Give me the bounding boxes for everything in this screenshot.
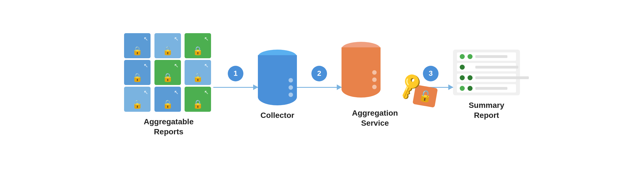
collector-cylinder <box>258 50 297 105</box>
summary-dot <box>460 54 465 59</box>
report-card: ↖ 🔒 <box>154 87 181 112</box>
step-3-circle: 3 <box>423 66 439 81</box>
cylinder-dot <box>372 85 377 89</box>
step-1-circle: 1 <box>228 66 243 81</box>
report-card: ↖ 🔒 <box>185 87 211 112</box>
cursor-icon: ↖ <box>144 89 148 96</box>
collector-label: Collector <box>260 110 294 120</box>
report-card: ↖ 🔒 <box>124 33 151 58</box>
cursor-icon: ↖ <box>174 35 179 42</box>
arrow-1 <box>213 87 258 88</box>
cursor-icon: ↖ <box>204 89 209 96</box>
reports-grid: ↖ 🔒 ↖ 🔒 ↖ 🔒 ↖ 🔒 ↖ 🔒 ↖ 🔒 <box>124 33 213 112</box>
summary-row <box>457 74 516 82</box>
step-2-circle: 2 <box>311 66 327 81</box>
cursor-icon: ↖ <box>174 89 179 96</box>
summary-dot <box>460 86 465 91</box>
cursor-icon: ↖ <box>204 62 209 69</box>
lock-icon: 🔒 <box>163 99 173 109</box>
summary-dot <box>468 75 473 80</box>
lock-icon: 🔒 <box>132 72 142 82</box>
aggregatable-reports-label: AggregatableReports <box>144 117 194 137</box>
summary-table <box>453 50 520 95</box>
report-card: ↖ 🔒 <box>185 33 211 58</box>
lock-icon: 🔒 <box>163 46 173 55</box>
arrow-2 <box>297 87 342 88</box>
aggregatable-reports-node: ↖ 🔒 ↖ 🔒 ↖ 🔒 ↖ 🔒 ↖ 🔒 ↖ 🔒 <box>124 33 213 137</box>
cylinder-dot <box>289 78 293 82</box>
summary-row <box>457 84 516 93</box>
summary-row <box>457 63 516 71</box>
summary-bar <box>475 66 518 69</box>
aggregation-service-label: AggregationService <box>352 108 398 128</box>
summary-bar <box>475 87 507 90</box>
report-card: ↖ 🔒 <box>154 60 181 85</box>
cylinder-dot <box>289 85 293 90</box>
lock-icon: 🔒 <box>193 99 203 109</box>
report-card: ↖ 🔒 <box>124 87 151 112</box>
report-card: ↖ 🔒 <box>154 33 181 58</box>
summary-report-node: SummaryReport <box>453 50 520 121</box>
cylinder-body <box>258 55 297 105</box>
cylinder-dots <box>289 78 293 97</box>
lock-icon: 🔒 <box>163 72 173 82</box>
arrow-line-1 <box>213 87 258 88</box>
aggregation-service-wrapper: 🔑 🔓 <box>342 42 408 103</box>
lock-icon: 🔒 <box>193 46 203 55</box>
arrow-line-2 <box>297 87 342 88</box>
summary-bar <box>475 55 507 58</box>
connector-1: 1 <box>213 66 258 105</box>
cursor-icon: ↖ <box>204 35 209 42</box>
cylinder-dot <box>372 70 377 75</box>
cursor-icon: ↖ <box>174 62 179 69</box>
aggregation-service-node: 🔑 🔓 AggregationService <box>342 42 408 128</box>
cursor-icon: ↖ <box>144 62 148 69</box>
connector-2: 2 <box>297 66 342 105</box>
diagram: ↖ 🔒 ↖ 🔒 ↖ 🔒 ↖ 🔒 ↖ 🔒 ↖ 🔒 <box>0 0 644 170</box>
lock-icon: 🔒 <box>193 72 203 82</box>
cylinder-dot <box>372 77 377 82</box>
aggregation-cylinder <box>342 42 381 98</box>
summary-row <box>457 52 516 61</box>
report-card: ↖ 🔒 <box>185 60 211 85</box>
summary-dot <box>460 65 465 70</box>
cylinder-body <box>342 47 381 98</box>
summary-dot <box>468 54 473 59</box>
lock-icon: 🔒 <box>132 99 142 109</box>
cursor-icon: ↖ <box>144 35 148 42</box>
collector-node: Collector <box>258 50 297 120</box>
summary-report-label: SummaryReport <box>469 100 504 121</box>
cylinder-dots <box>372 70 377 89</box>
cylinder-dot <box>289 93 293 97</box>
summary-dot <box>460 75 465 80</box>
summary-bar <box>475 76 529 79</box>
report-card: ↖ 🔒 <box>124 60 151 85</box>
summary-dot <box>468 86 473 91</box>
lock-icon: 🔒 <box>132 46 142 55</box>
